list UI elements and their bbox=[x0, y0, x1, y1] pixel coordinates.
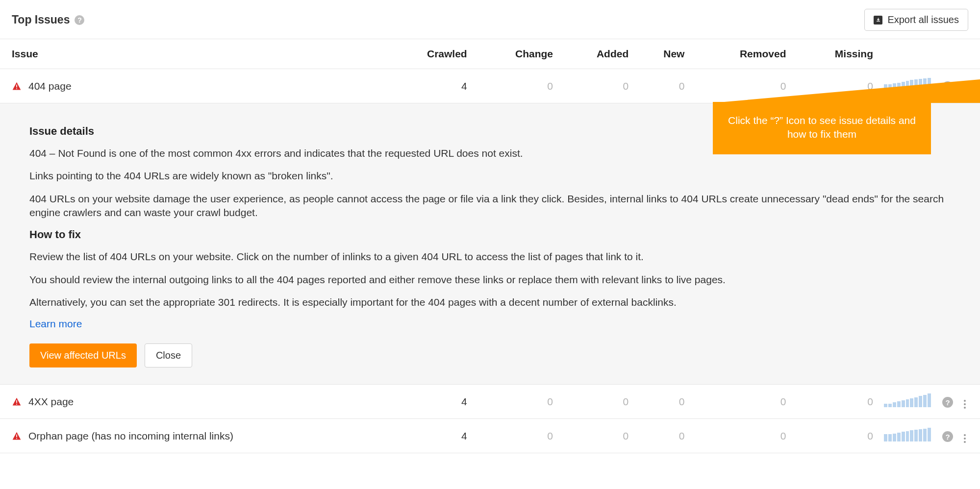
cell-missing: 0 bbox=[791, 419, 878, 453]
cell-crawled: 4 bbox=[382, 419, 472, 453]
svg-rect-2 bbox=[16, 88, 17, 89]
warning-icon bbox=[12, 431, 22, 441]
svg-rect-4 bbox=[16, 404, 17, 405]
cell-crawled: 4 bbox=[382, 385, 472, 419]
issue-detail-panel: Click the “?” Icon to see issue details … bbox=[0, 103, 980, 385]
cell-change: 0 bbox=[472, 69, 558, 103]
fix-p: Alternatively, you can set the appropria… bbox=[29, 295, 951, 309]
cell-added: 0 bbox=[558, 385, 633, 419]
col-spark bbox=[878, 39, 937, 69]
row-menu-icon[interactable] bbox=[963, 432, 967, 445]
annotation-callout: Click the “?” Icon to see issue details … bbox=[713, 102, 931, 154]
title-help-icon[interactable]: ? bbox=[75, 15, 84, 25]
issue-name: 404 page bbox=[28, 80, 72, 92]
warning-icon bbox=[12, 81, 22, 91]
page-title: Top Issues bbox=[12, 13, 70, 26]
col-added[interactable]: Added bbox=[558, 39, 633, 69]
cell-added: 0 bbox=[558, 69, 633, 103]
fix-p: Review the list of 404 URLs on your webs… bbox=[29, 250, 951, 264]
table-row[interactable]: Orphan page (has no incoming internal li… bbox=[0, 419, 980, 453]
col-rowmenu bbox=[958, 39, 980, 69]
svg-rect-3 bbox=[16, 400, 17, 403]
svg-rect-1 bbox=[16, 84, 17, 87]
row-menu-icon[interactable] bbox=[963, 398, 967, 411]
sparkline bbox=[884, 428, 931, 441]
cell-new: 0 bbox=[633, 419, 689, 453]
cell-change: 0 bbox=[472, 385, 558, 419]
issue-name: 4XX page bbox=[28, 396, 74, 408]
issues-table: Issue Crawled Change Added New Removed M… bbox=[0, 39, 980, 453]
col-missing[interactable]: Missing bbox=[791, 39, 878, 69]
cell-new: 0 bbox=[633, 69, 689, 103]
export-all-button[interactable]: Export all issues bbox=[864, 9, 968, 31]
cell-crawled: 4 bbox=[382, 69, 472, 103]
col-issue[interactable]: Issue bbox=[0, 39, 382, 69]
warning-icon bbox=[12, 397, 22, 407]
svg-rect-6 bbox=[16, 438, 17, 439]
row-help-icon[interactable]: ? bbox=[942, 431, 953, 442]
cell-removed: 0 bbox=[689, 385, 791, 419]
col-new[interactable]: New bbox=[633, 39, 689, 69]
svg-rect-0 bbox=[877, 21, 880, 22]
sparkline bbox=[884, 393, 931, 407]
cell-missing: 0 bbox=[791, 385, 878, 419]
col-rowhelp bbox=[937, 39, 958, 69]
svg-rect-5 bbox=[16, 435, 17, 438]
row-help-icon[interactable]: ? bbox=[942, 397, 953, 408]
col-change[interactable]: Change bbox=[472, 39, 558, 69]
detail-p: Links pointing to the 404 URLs are widel… bbox=[29, 169, 951, 183]
cell-new: 0 bbox=[633, 385, 689, 419]
cell-removed: 0 bbox=[689, 419, 791, 453]
cell-change: 0 bbox=[472, 419, 558, 453]
col-crawled[interactable]: Crawled bbox=[382, 39, 472, 69]
col-removed[interactable]: Removed bbox=[689, 39, 791, 69]
issue-name: Orphan page (has no incoming internal li… bbox=[28, 430, 233, 442]
close-button[interactable]: Close bbox=[145, 343, 192, 367]
learn-more-link[interactable]: Learn more bbox=[29, 318, 82, 330]
fix-p: You should review the internal outgoing … bbox=[29, 273, 951, 287]
table-row[interactable]: 4XX page400000? bbox=[0, 385, 980, 419]
page-header: Top Issues ? Export all issues bbox=[0, 0, 980, 39]
detail-p: 404 URLs on your website damage the user… bbox=[29, 192, 951, 220]
download-icon bbox=[874, 16, 882, 24]
cell-added: 0 bbox=[558, 419, 633, 453]
export-label: Export all issues bbox=[887, 14, 959, 25]
view-affected-urls-button[interactable]: View affected URLs bbox=[29, 343, 137, 367]
howtofix-title: How to fix bbox=[29, 228, 951, 241]
